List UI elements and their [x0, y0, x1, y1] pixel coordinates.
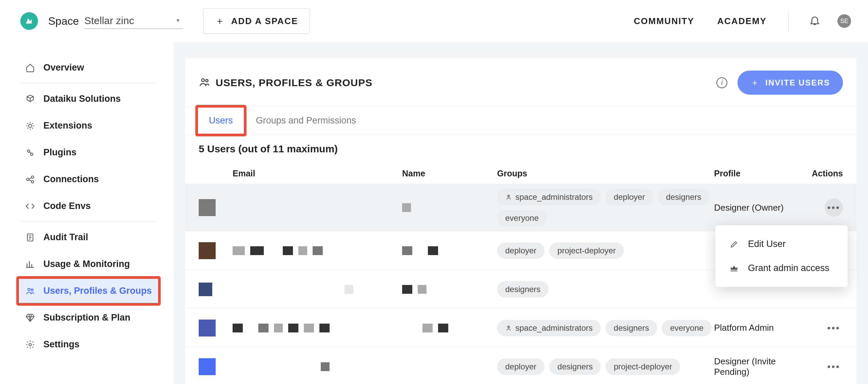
sidebar-item-extensions[interactable]: Extensions — [20, 112, 157, 139]
sidebar-item-code-envs[interactable]: Code Envs — [20, 193, 157, 219]
sidebar-item-label: Plugins — [43, 147, 77, 158]
email-cell — [233, 362, 402, 371]
user-avatar — [199, 242, 216, 259]
info-icon[interactable]: i — [716, 77, 727, 88]
more-button[interactable]: ••• — [825, 198, 843, 217]
name-cell — [402, 203, 497, 212]
user-count: 5 Users (out of 11 maximum) — [185, 135, 856, 163]
invite-users-button[interactable]: ＋ INVITE USERS — [737, 71, 843, 95]
sidebar: Overview Dataiku Solutions Extensions Pl… — [0, 42, 174, 384]
groups-cell: space_administrators deployer designers … — [497, 189, 714, 226]
sidebar-item-overview[interactable]: Overview — [20, 54, 157, 81]
menu-item-label: Edit User — [748, 239, 786, 249]
sidebar-item-label: Code Envs — [43, 201, 91, 211]
sidebar-item-settings[interactable]: Settings — [20, 331, 157, 358]
user-avatar — [199, 320, 216, 337]
sidebar-item-label: Audit Trail — [43, 232, 88, 243]
svg-point-1 — [28, 124, 32, 127]
groups-cell: deployer project-deployer — [497, 243, 714, 259]
menu-item-grant-admin[interactable]: Grant admin access — [715, 256, 848, 280]
th-actions: Actions — [809, 169, 843, 178]
tab-users[interactable]: Users — [197, 107, 244, 135]
user-avatar — [199, 199, 216, 216]
table-row: space_administrators designers everyone … — [185, 308, 856, 347]
plug-icon — [24, 148, 36, 157]
th-email: Email — [233, 169, 402, 178]
logo[interactable] — [20, 12, 38, 30]
group-chip[interactable]: designers — [658, 189, 709, 205]
user-avatar[interactable]: SE — [837, 14, 851, 28]
svg-point-14 — [508, 326, 510, 328]
email-cell — [233, 324, 402, 332]
menu-item-edit-user[interactable]: Edit User — [715, 232, 848, 256]
cube-icon — [24, 94, 36, 104]
sidebar-item-label: Settings — [43, 339, 80, 350]
group-chip[interactable]: designers — [497, 281, 549, 297]
name-cell — [402, 324, 497, 332]
sidebar-item-label: Usage & Monitoring — [43, 259, 130, 269]
chart-icon — [24, 260, 36, 269]
sidebar-item-connections[interactable]: Connections — [20, 166, 157, 193]
profile-cell: Designer (Invite Pending) — [714, 356, 809, 377]
sidebar-item-label: Users, Profiles & Groups — [43, 286, 152, 296]
sidebar-item-users-profiles-groups[interactable]: Users, Profiles & Groups — [20, 277, 157, 304]
group-chip[interactable]: designers — [549, 359, 601, 375]
plus-icon: ＋ — [750, 77, 760, 89]
card-title: USERS, PROFILES & GROUPS — [216, 77, 372, 89]
group-chip[interactable]: everyone — [497, 210, 547, 226]
puzzle-icon — [24, 121, 36, 131]
sidebar-item-dataiku-solutions[interactable]: Dataiku Solutions — [20, 85, 157, 112]
space-select[interactable]: Stellar zinc ▼ — [84, 14, 183, 29]
space-label: Space — [48, 15, 79, 27]
caret-down-icon: ▼ — [175, 18, 181, 24]
code-icon — [24, 201, 36, 211]
svg-point-12 — [206, 79, 208, 82]
community-link[interactable]: COMMUNITY — [634, 16, 694, 26]
add-space-button[interactable]: ＋ ADD A SPACE — [203, 8, 310, 34]
table-header: Email Name Groups Profile Actions — [185, 163, 856, 184]
sidebar-item-audit-trail[interactable]: Audit Trail — [20, 224, 157, 251]
svg-point-11 — [202, 79, 205, 82]
email-cell — [233, 246, 402, 255]
group-chip[interactable]: everyone — [662, 320, 712, 336]
sidebar-item-plugins[interactable]: Plugins — [20, 139, 157, 166]
tab-label: Users — [209, 115, 233, 126]
main-panel: USERS, PROFILES & GROUPS i ＋ INVITE USER… — [174, 42, 868, 384]
more-button[interactable]: ••• — [825, 319, 843, 337]
group-chip[interactable]: project-deployer — [549, 243, 624, 259]
sidebar-item-subscription-plan[interactable]: Subscription & Plan — [20, 304, 157, 331]
profile-cell: Designer (Owner) — [714, 203, 809, 213]
divider — [788, 10, 789, 32]
more-button[interactable]: ••• — [825, 358, 843, 376]
name-cell — [402, 285, 497, 294]
svg-point-4 — [27, 178, 29, 180]
group-chip[interactable]: space_administrators — [497, 189, 601, 205]
name-cell — [402, 246, 497, 255]
groups-cell: designers — [497, 281, 714, 297]
table-row: space_administrators deployer designers … — [185, 184, 856, 231]
tab-label: Groups and Permissions — [256, 115, 356, 126]
group-chip[interactable]: deployer — [606, 189, 653, 205]
table-row: deployer designers project-deployer Desi… — [185, 347, 856, 384]
add-space-label: ADD A SPACE — [231, 16, 298, 26]
academy-link[interactable]: ACADEMY — [717, 16, 767, 26]
users-icon — [199, 76, 210, 89]
gear-icon — [24, 340, 36, 349]
sidebar-item-label: Subscription & Plan — [43, 312, 131, 323]
bell-icon[interactable] — [809, 15, 821, 27]
email-cell — [233, 285, 402, 294]
group-chip[interactable]: project-deployer — [606, 359, 680, 375]
home-icon — [24, 63, 36, 73]
group-chip[interactable]: space_administrators — [497, 320, 601, 336]
tab-groups-permissions[interactable]: Groups and Permissions — [244, 107, 368, 135]
sidebar-item-usage-monitoring[interactable]: Usage & Monitoring — [20, 251, 157, 277]
card-header: USERS, PROFILES & GROUPS i ＋ INVITE USER… — [185, 58, 856, 106]
topbar: Space Stellar zinc ▼ ＋ ADD A SPACE COMMU… — [0, 0, 868, 42]
svg-point-9 — [31, 289, 33, 291]
group-chip[interactable]: deployer — [497, 359, 545, 375]
group-chip[interactable]: deployer — [497, 243, 545, 259]
svg-point-8 — [28, 288, 30, 290]
diamond-icon — [24, 313, 36, 323]
crown-icon — [729, 264, 739, 273]
group-chip[interactable]: designers — [606, 320, 657, 336]
